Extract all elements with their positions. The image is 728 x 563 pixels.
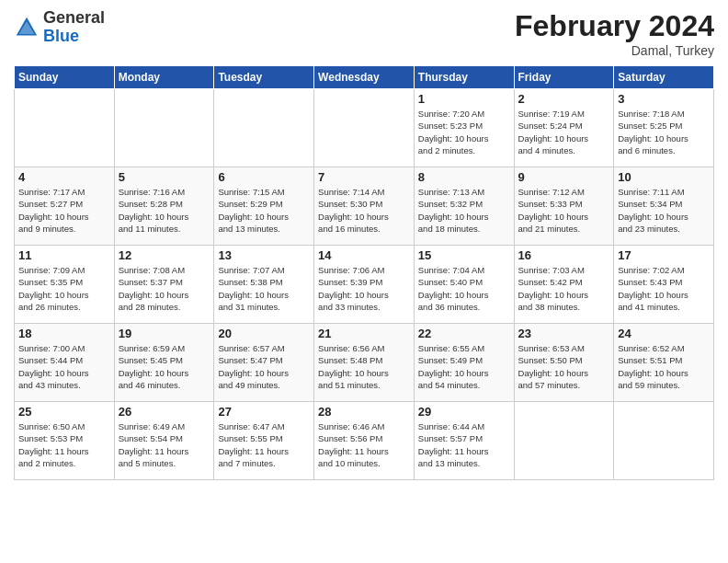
day-info: Sunrise: 7:09 AM Sunset: 5:35 PM Dayligh… [18,264,110,313]
day-number: 23 [518,327,610,340]
day-number: 24 [618,327,710,340]
calendar-cell: 26Sunrise: 6:49 AM Sunset: 5:54 PM Dayli… [114,402,214,480]
day-number: 6 [218,170,310,184]
calendar-cell: 4Sunrise: 7:17 AM Sunset: 5:27 PM Daylig… [15,167,115,246]
calendar-cell: 27Sunrise: 6:47 AM Sunset: 5:55 PM Dayli… [214,402,314,480]
calendar-cell: 20Sunrise: 6:57 AM Sunset: 5:47 PM Dayli… [214,324,314,402]
day-info: Sunrise: 7:17 AM Sunset: 5:27 PM Dayligh… [18,186,110,235]
day-number: 13 [218,248,310,262]
day-number: 29 [418,405,510,419]
day-number: 4 [18,170,110,184]
day-number: 19 [119,327,210,340]
calendar-cell: 16Sunrise: 7:03 AM Sunset: 5:42 PM Dayli… [514,246,614,324]
calendar-cell: 14Sunrise: 7:06 AM Sunset: 5:39 PM Dayli… [314,246,415,324]
calendar-cell: 5Sunrise: 7:16 AM Sunset: 5:28 PM Daylig… [114,167,214,246]
calendar-cell: 21Sunrise: 6:56 AM Sunset: 5:48 PM Dayli… [314,324,415,402]
day-number: 27 [218,405,310,419]
calendar-header-row: SundayMondayTuesdayWednesdayThursdayFrid… [15,66,714,89]
col-header-wednesday: Wednesday [314,66,415,89]
calendar-cell: 11Sunrise: 7:09 AM Sunset: 5:35 PM Dayli… [15,246,115,324]
day-number: 12 [119,248,210,262]
day-info: Sunrise: 7:12 AM Sunset: 5:33 PM Dayligh… [518,186,610,235]
calendar-cell [514,402,614,480]
calendar-cell [15,89,115,167]
day-info: Sunrise: 6:57 AM Sunset: 5:47 PM Dayligh… [218,342,310,391]
day-info: Sunrise: 6:53 AM Sunset: 5:50 PM Dayligh… [518,342,610,391]
calendar-cell: 15Sunrise: 7:04 AM Sunset: 5:40 PM Dayli… [414,246,514,324]
day-info: Sunrise: 6:44 AM Sunset: 5:57 PM Dayligh… [418,420,510,469]
calendar-cell [214,89,314,167]
day-number: 16 [518,248,610,262]
day-number: 26 [119,405,210,419]
day-info: Sunrise: 7:06 AM Sunset: 5:39 PM Dayligh… [318,264,410,313]
calendar-cell: 6Sunrise: 7:15 AM Sunset: 5:29 PM Daylig… [214,167,314,246]
calendar-cell [114,89,214,167]
logo-text-blue: Blue [43,28,105,46]
calendar-cell: 18Sunrise: 7:00 AM Sunset: 5:44 PM Dayli… [15,324,115,402]
location-subtitle: Damal, Turkey [515,43,714,58]
calendar-cell: 17Sunrise: 7:02 AM Sunset: 5:43 PM Dayli… [614,246,714,324]
day-number: 25 [18,405,110,419]
calendar-week-3: 11Sunrise: 7:09 AM Sunset: 5:35 PM Dayli… [15,246,714,324]
day-info: Sunrise: 6:49 AM Sunset: 5:54 PM Dayligh… [119,420,210,469]
calendar-cell: 25Sunrise: 6:50 AM Sunset: 5:53 PM Dayli… [15,402,115,480]
calendar-cell [614,402,714,480]
day-info: Sunrise: 6:55 AM Sunset: 5:49 PM Dayligh… [418,342,510,391]
calendar-cell: 23Sunrise: 6:53 AM Sunset: 5:50 PM Dayli… [514,324,614,402]
day-info: Sunrise: 7:13 AM Sunset: 5:32 PM Dayligh… [418,186,510,235]
day-info: Sunrise: 7:07 AM Sunset: 5:38 PM Dayligh… [218,264,310,313]
day-number: 28 [318,405,410,419]
day-number: 5 [119,170,210,184]
day-number: 7 [318,170,410,184]
day-number: 2 [518,92,610,106]
day-info: Sunrise: 6:47 AM Sunset: 5:55 PM Dayligh… [218,420,310,469]
day-info: Sunrise: 6:56 AM Sunset: 5:48 PM Dayligh… [318,342,410,391]
calendar-cell: 12Sunrise: 7:08 AM Sunset: 5:37 PM Dayli… [114,246,214,324]
day-number: 20 [218,327,310,340]
logo-icon [14,15,40,40]
day-info: Sunrise: 7:16 AM Sunset: 5:28 PM Dayligh… [119,186,210,235]
calendar-cell: 19Sunrise: 6:59 AM Sunset: 5:45 PM Dayli… [114,324,214,402]
day-info: Sunrise: 6:50 AM Sunset: 5:53 PM Dayligh… [18,420,110,469]
day-number: 22 [418,327,510,340]
title-block: February 2024 Damal, Turkey [515,9,714,58]
logo: General Blue [14,9,105,46]
calendar-week-1: 1Sunrise: 7:20 AM Sunset: 5:23 PM Daylig… [15,89,714,167]
calendar-cell: 1Sunrise: 7:20 AM Sunset: 5:23 PM Daylig… [414,89,514,167]
day-info: Sunrise: 7:20 AM Sunset: 5:23 PM Dayligh… [418,108,510,156]
day-number: 18 [18,327,110,340]
calendar-week-4: 18Sunrise: 7:00 AM Sunset: 5:44 PM Dayli… [15,324,714,402]
calendar-cell: 22Sunrise: 6:55 AM Sunset: 5:49 PM Dayli… [414,324,514,402]
col-header-thursday: Thursday [414,66,514,89]
day-info: Sunrise: 7:03 AM Sunset: 5:42 PM Dayligh… [518,264,610,313]
calendar-cell: 10Sunrise: 7:11 AM Sunset: 5:34 PM Dayli… [614,167,714,246]
day-number: 3 [618,92,710,106]
col-header-saturday: Saturday [614,66,714,89]
day-number: 21 [318,327,410,340]
day-info: Sunrise: 7:00 AM Sunset: 5:44 PM Dayligh… [18,342,110,391]
day-info: Sunrise: 7:14 AM Sunset: 5:30 PM Dayligh… [318,186,410,235]
day-number: 15 [418,248,510,262]
calendar-cell: 2Sunrise: 7:19 AM Sunset: 5:24 PM Daylig… [514,89,614,167]
calendar-cell: 13Sunrise: 7:07 AM Sunset: 5:38 PM Dayli… [214,246,314,324]
day-info: Sunrise: 7:11 AM Sunset: 5:34 PM Dayligh… [618,186,710,235]
calendar-cell [314,89,415,167]
day-number: 10 [618,170,710,184]
month-title: February 2024 [515,9,714,43]
calendar-week-2: 4Sunrise: 7:17 AM Sunset: 5:27 PM Daylig… [15,167,714,246]
day-info: Sunrise: 7:19 AM Sunset: 5:24 PM Dayligh… [518,108,610,156]
col-header-friday: Friday [514,66,614,89]
calendar-cell: 29Sunrise: 6:44 AM Sunset: 5:57 PM Dayli… [414,402,514,480]
col-header-monday: Monday [114,66,214,89]
calendar-cell: 9Sunrise: 7:12 AM Sunset: 5:33 PM Daylig… [514,167,614,246]
calendar-cell: 7Sunrise: 7:14 AM Sunset: 5:30 PM Daylig… [314,167,415,246]
day-info: Sunrise: 7:04 AM Sunset: 5:40 PM Dayligh… [418,264,510,313]
calendar-cell: 24Sunrise: 6:52 AM Sunset: 5:51 PM Dayli… [614,324,714,402]
day-number: 11 [18,248,110,262]
day-number: 8 [418,170,510,184]
day-info: Sunrise: 7:15 AM Sunset: 5:29 PM Dayligh… [218,186,310,235]
calendar-cell: 8Sunrise: 7:13 AM Sunset: 5:32 PM Daylig… [414,167,514,246]
col-header-sunday: Sunday [15,66,115,89]
calendar-table: SundayMondayTuesdayWednesdayThursdayFrid… [14,65,714,480]
day-info: Sunrise: 6:52 AM Sunset: 5:51 PM Dayligh… [618,342,710,391]
